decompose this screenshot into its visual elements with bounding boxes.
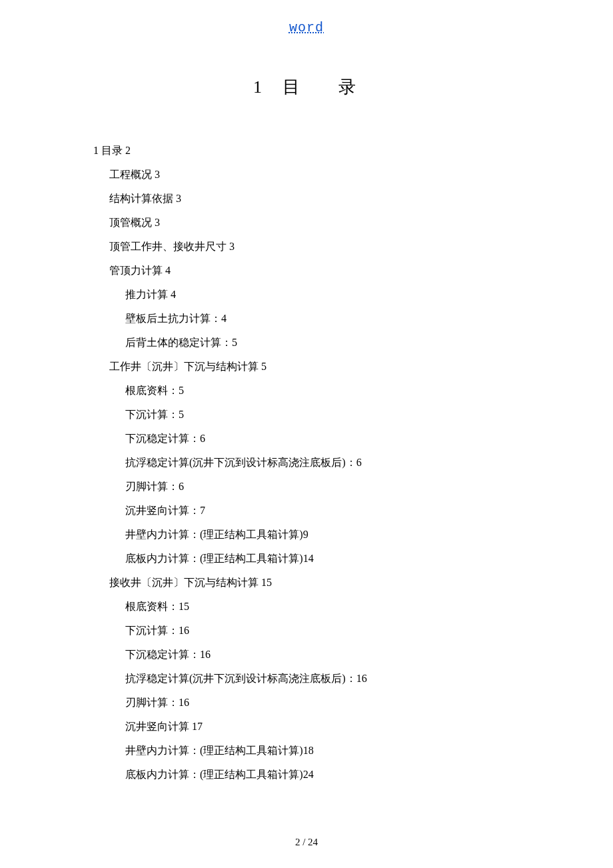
toc-entry: 根底资料：5 bbox=[93, 379, 546, 403]
title-char-mu: 目 bbox=[283, 77, 304, 97]
toc-entry: 刃脚计算：6 bbox=[93, 475, 546, 499]
toc-entry: 底板内力计算：(理正结构工具箱计算)14 bbox=[93, 547, 546, 571]
page-footer: 2 / 24 bbox=[0, 837, 613, 848]
toc-entry: 管顶力计算 4 bbox=[93, 259, 546, 283]
toc-entry: 沉井竖向计算 17 bbox=[93, 715, 546, 739]
toc-entry: 下沉稳定计算：6 bbox=[93, 427, 546, 451]
toc-entry: 抗浮稳定计算(沉井下沉到设计标高浇注底板后)：16 bbox=[93, 667, 546, 691]
toc-entry: 工程概况 3 bbox=[93, 163, 546, 187]
toc-entry: 下沉稳定计算：16 bbox=[93, 643, 546, 667]
toc-entry: 1 目录 2 bbox=[93, 139, 546, 163]
toc-entry: 结构计算依据 3 bbox=[93, 187, 546, 211]
page-indicator: 2 / 24 bbox=[295, 837, 318, 847]
header-link-wrap: word bbox=[67, 20, 546, 35]
toc-entry: 下沉计算：5 bbox=[93, 403, 546, 427]
toc-entry: 工作井〔沉井〕下沉与结构计算 5 bbox=[93, 355, 546, 379]
toc-entry: 底板内力计算：(理正结构工具箱计算)24 bbox=[93, 763, 546, 787]
toc-entry: 推力计算 4 bbox=[93, 283, 546, 307]
toc-entry: 后背土体的稳定计算：5 bbox=[93, 331, 546, 355]
table-of-contents: 1 目录 2 工程概况 3 结构计算依据 3 顶管概况 3 顶管工作井、接收井尺… bbox=[93, 139, 546, 787]
toc-entry: 井壁内力计算：(理正结构工具箱计算)9 bbox=[93, 523, 546, 547]
toc-entry: 下沉计算：16 bbox=[93, 619, 546, 643]
toc-entry: 刃脚计算：16 bbox=[93, 691, 546, 715]
toc-entry: 接收井〔沉井〕下沉与结构计算 15 bbox=[93, 571, 546, 595]
toc-entry: 顶管概况 3 bbox=[93, 211, 546, 235]
toc-entry: 顶管工作井、接收井尺寸 3 bbox=[93, 235, 546, 259]
page-title: 1 目 录 bbox=[67, 75, 546, 99]
toc-entry: 根底资料：15 bbox=[93, 595, 546, 619]
toc-entry: 抗浮稳定计算(沉井下沉到设计标高浇注底板后)：6 bbox=[93, 451, 546, 475]
title-number: 1 bbox=[253, 77, 266, 97]
word-link[interactable]: word bbox=[289, 20, 324, 35]
toc-entry: 沉井竖向计算：7 bbox=[93, 499, 546, 523]
toc-entry: 井壁内力计算：(理正结构工具箱计算)18 bbox=[93, 739, 546, 763]
title-char-lu: 录 bbox=[338, 77, 360, 97]
toc-entry: 壁板后土抗力计算：4 bbox=[93, 307, 546, 331]
